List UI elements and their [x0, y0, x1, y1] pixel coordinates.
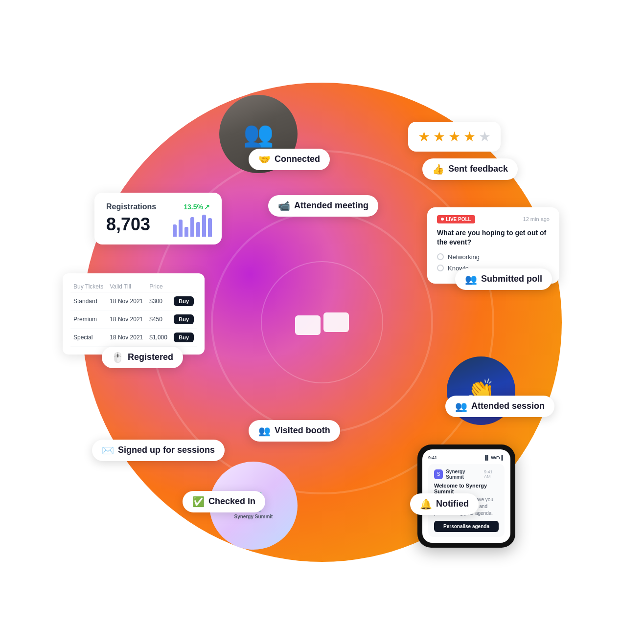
- poll-time: 12 min ago: [523, 216, 550, 222]
- star-4: ★: [463, 129, 476, 145]
- badge-notified: 🔔 Notified: [410, 493, 479, 515]
- notif-header: S Synergy Summit 9:41 AM: [434, 469, 499, 480]
- badge-registered: 🖱️ Registered: [102, 347, 183, 368]
- center-icon: [295, 312, 349, 332]
- badge-checkin: ✅ Checked in: [183, 491, 265, 512]
- registrations-card: Registrations 13.5% ↗ 8,703: [94, 193, 222, 244]
- poll-option-1: Networking: [437, 253, 550, 261]
- notif-app-icon: S: [434, 469, 443, 479]
- badge-booth: 👥 Visited booth: [249, 420, 340, 442]
- stars-rating-card: ★ ★ ★ ★ ★: [408, 122, 501, 152]
- col-price: Price: [146, 281, 170, 292]
- poll-header: LIVE POLL 12 min ago: [437, 215, 550, 223]
- badge-connected: 🤝 Connected: [249, 149, 330, 170]
- notified-icon: 🔔: [420, 498, 432, 510]
- reg-title: Registrations: [106, 202, 156, 211]
- bar-3: [184, 227, 188, 237]
- buy-special-button[interactable]: Buy: [174, 333, 194, 342]
- poll-radio-2[interactable]: [437, 265, 444, 271]
- table-row: Special 18 Nov 2021 $1,000 Buy: [70, 328, 197, 346]
- connected-label: Connected: [275, 154, 320, 164]
- buy-standard-button[interactable]: Buy: [174, 296, 194, 306]
- col-type: Buy Tickets: [70, 281, 107, 292]
- star-5: ★: [479, 129, 491, 145]
- poll-radio-1[interactable]: [437, 253, 444, 260]
- notif-cta-button[interactable]: Personalise agenda: [434, 521, 499, 532]
- bar-6: [202, 215, 206, 237]
- notified-label: Notified: [436, 499, 469, 509]
- session-icon: 👥: [455, 400, 467, 412]
- meeting-label: Attended meeting: [294, 200, 368, 211]
- bar-7: [208, 218, 212, 237]
- badge-signup: ✉️ Signed up for sessions: [92, 440, 225, 461]
- poll-question: What are you hoping to get out of the ev…: [437, 228, 550, 247]
- badge-feedback: 👍 Sent feedback: [422, 158, 518, 180]
- main-scene: 👥 👏 🖥️ Synergy Summit ★ ★ ★ ★ ★ Registra…: [53, 53, 591, 591]
- star-3: ★: [448, 129, 460, 145]
- badge-session: 👥 Attended session: [445, 396, 554, 417]
- center-card-1: [295, 315, 321, 335]
- poll-label: Submitted poll: [481, 274, 542, 284]
- col-action: [171, 281, 197, 292]
- booth-label: Visited booth: [275, 425, 330, 436]
- star-1: ★: [418, 129, 430, 145]
- phone-status-bar: 9:41 ▐▌ WiFi ▌: [428, 455, 505, 460]
- registered-label: Registered: [128, 352, 173, 362]
- badge-poll: 👥 Submitted poll: [455, 268, 552, 290]
- bar-4: [190, 217, 194, 237]
- checkin-icon: ✅: [192, 496, 205, 508]
- center-card-2: [323, 312, 349, 332]
- notif-title: Welcome to Synergy Summit: [434, 483, 499, 494]
- table-row: Premium 18 Nov 2021 $450 Buy: [70, 310, 197, 328]
- live-badge: LIVE POLL: [437, 215, 475, 223]
- col-valid: Valid Till: [107, 281, 146, 292]
- chart-bars: [173, 217, 212, 237]
- checkin-label: Checked in: [208, 496, 255, 507]
- bar-5: [196, 222, 200, 237]
- table-row: Standard 18 Nov 2021 $300 Buy: [70, 292, 197, 310]
- booth-icon: 👥: [258, 425, 271, 437]
- session-label: Attended session: [471, 401, 545, 411]
- feedback-label: Sent feedback: [448, 164, 508, 174]
- feedback-icon: 👍: [432, 163, 444, 175]
- ticket-table-card: Buy Tickets Valid Till Price Standard 18…: [63, 273, 205, 355]
- registered-icon: 🖱️: [112, 352, 124, 363]
- live-dot: [441, 218, 444, 221]
- bar-1: [173, 224, 177, 237]
- star-2: ★: [433, 129, 445, 145]
- signup-icon: ✉️: [102, 444, 114, 456]
- reg-growth: 13.5% ↗: [184, 203, 210, 211]
- meeting-icon: 📹: [278, 200, 290, 212]
- buy-premium-button[interactable]: Buy: [174, 314, 194, 324]
- reg-header: Registrations 13.5% ↗: [106, 202, 210, 211]
- badge-meeting: 📹 Attended meeting: [268, 195, 378, 217]
- reg-chart: [173, 217, 212, 237]
- connected-icon: 🤝: [258, 154, 271, 165]
- ticket-table: Buy Tickets Valid Till Price Standard 18…: [70, 281, 197, 347]
- bar-2: [179, 220, 183, 237]
- signup-label: Signed up for sessions: [118, 445, 215, 455]
- poll-icon: 👥: [465, 273, 477, 285]
